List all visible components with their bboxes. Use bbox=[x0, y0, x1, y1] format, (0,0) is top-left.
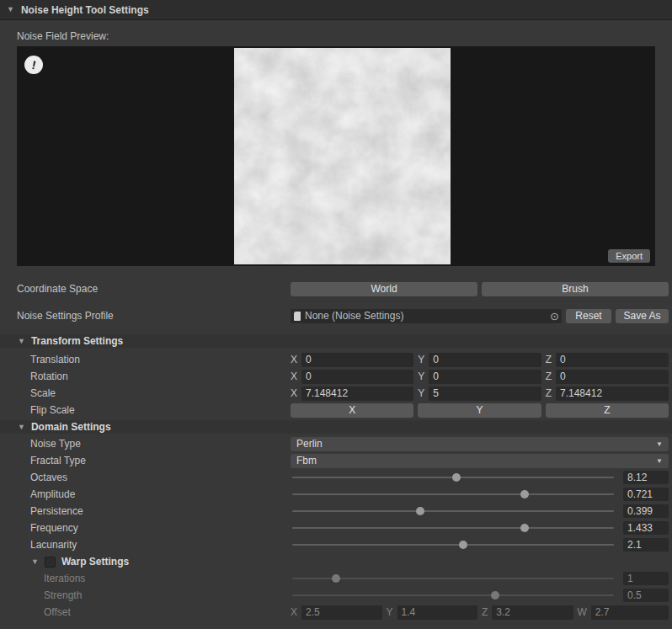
slider-handle[interactable] bbox=[452, 473, 461, 482]
strength-value-field[interactable]: 0.5 bbox=[623, 589, 669, 602]
noise-settings-object-field[interactable]: None (Noise Settings) ⊙ bbox=[291, 309, 562, 323]
domain-settings-header[interactable]: ▼ Domain Settings bbox=[0, 420, 672, 434]
scale-z-cell: Z 7.148412 bbox=[546, 386, 669, 401]
slider-handle[interactable] bbox=[459, 541, 467, 549]
noise-type-dropdown[interactable]: Perlin ▼ bbox=[291, 437, 669, 451]
warp-settings-row[interactable]: ▼ Warp Settings bbox=[0, 553, 672, 570]
transform-settings-title: Transform Settings bbox=[31, 335, 123, 347]
lacunarity-slider[interactable] bbox=[291, 536, 616, 553]
translation-y-field[interactable]: 0 bbox=[429, 353, 541, 367]
warp-enabled-checkbox[interactable] bbox=[45, 557, 56, 568]
slider-track bbox=[292, 527, 614, 529]
octaves-slider[interactable] bbox=[291, 469, 616, 486]
offset-x-field[interactable]: 2.5 bbox=[301, 605, 381, 620]
amplitude-row: Amplitude 0.721 bbox=[0, 486, 672, 503]
axis-label-y: Y bbox=[418, 387, 424, 399]
iterations-value-field[interactable]: 1 bbox=[623, 572, 669, 585]
offset-w-field[interactable]: 2.7 bbox=[591, 605, 669, 620]
translation-y-cell: Y 0 bbox=[418, 353, 541, 367]
persistence-value-field[interactable]: 0.399 bbox=[623, 504, 669, 518]
save-as-button[interactable]: Save As bbox=[616, 309, 669, 323]
rotation-row: Rotation X 0 Y 0 Z 0 bbox=[0, 368, 672, 385]
flip-z-button[interactable]: Z bbox=[546, 403, 669, 418]
translation-row: Translation X 0 Y 0 Z 0 bbox=[0, 351, 672, 368]
axis-label-z: Z bbox=[546, 387, 552, 399]
scale-y-field[interactable]: 5 bbox=[429, 386, 541, 401]
axis-label-x: X bbox=[291, 606, 297, 618]
axis-label-w: W bbox=[578, 606, 587, 618]
foldout-arrow-icon[interactable]: ▼ bbox=[7, 6, 14, 13]
foldout-arrow-icon[interactable]: ▼ bbox=[18, 338, 25, 345]
flip-y-button[interactable]: Y bbox=[418, 403, 541, 418]
slider-handle[interactable] bbox=[332, 574, 340, 583]
persistence-label: Persistence bbox=[0, 505, 291, 517]
fractal-type-label: Fractal Type bbox=[0, 455, 291, 466]
rotation-z-field[interactable]: 0 bbox=[556, 370, 669, 384]
scale-x-field[interactable]: 7.148412 bbox=[301, 386, 413, 401]
iterations-slider[interactable] bbox=[291, 570, 616, 587]
reset-button[interactable]: Reset bbox=[566, 309, 611, 323]
panel-header[interactable]: ▼ Noise Height Tool Settings bbox=[0, 0, 672, 20]
warp-settings-title: Warp Settings bbox=[61, 556, 129, 568]
scale-label: Scale bbox=[0, 387, 291, 399]
strength-row: Strength 0.5 bbox=[0, 587, 672, 604]
slider-track bbox=[292, 493, 614, 495]
amplitude-value-field[interactable]: 0.721 bbox=[623, 488, 669, 501]
slider-handle[interactable] bbox=[416, 507, 424, 515]
noise-texture-svg bbox=[234, 48, 451, 264]
slider-track bbox=[292, 578, 614, 579]
slider-handle[interactable] bbox=[491, 591, 499, 600]
translation-z-field[interactable]: 0 bbox=[556, 353, 669, 367]
object-picker-icon[interactable]: ⊙ bbox=[550, 309, 559, 323]
octaves-row: Octaves 8.12 bbox=[0, 469, 672, 486]
axis-label-z: Z bbox=[546, 370, 552, 382]
amplitude-slider[interactable] bbox=[291, 486, 616, 503]
slider-handle[interactable] bbox=[520, 490, 529, 498]
noise-preview-area: ! Export bbox=[17, 46, 655, 266]
axis-label-x: X bbox=[291, 387, 297, 399]
translation-x-field[interactable]: 0 bbox=[301, 353, 413, 367]
amplitude-label: Amplitude bbox=[0, 488, 291, 500]
foldout-arrow-icon[interactable]: ▼ bbox=[18, 424, 25, 431]
offset-y-field[interactable]: 1.4 bbox=[397, 605, 477, 620]
coordinate-space-row: Coordinate Space World Brush bbox=[0, 280, 672, 297]
slider-handle[interactable] bbox=[520, 524, 529, 532]
fractal-type-row: Fractal Type Fbm ▼ bbox=[0, 452, 672, 469]
rotation-y-field[interactable]: 0 bbox=[429, 370, 541, 384]
flip-scale-label: Flip Scale bbox=[0, 404, 291, 416]
preview-label: Noise Field Preview: bbox=[17, 30, 672, 42]
rotation-z-cell: Z 0 bbox=[546, 370, 669, 384]
flip-scale-row: Flip Scale X Y Z bbox=[0, 402, 672, 418]
transform-settings-header[interactable]: ▼ Transform Settings bbox=[0, 334, 672, 348]
export-button[interactable]: Export bbox=[608, 249, 650, 263]
domain-settings-title: Domain Settings bbox=[31, 421, 111, 433]
lacunarity-value-field[interactable]: 2.1 bbox=[623, 538, 669, 552]
frequency-label: Frequency bbox=[0, 522, 291, 534]
offset-y-cell: Y 1.4 bbox=[387, 605, 478, 620]
noise-type-row: Noise Type Perlin ▼ bbox=[0, 435, 672, 452]
octaves-value-field[interactable]: 8.12 bbox=[623, 471, 669, 484]
octaves-label: Octaves bbox=[0, 472, 291, 483]
translation-x-cell: X 0 bbox=[291, 353, 413, 367]
axis-label-y: Y bbox=[418, 354, 424, 365]
translation-z-cell: Z 0 bbox=[546, 353, 669, 367]
offset-z-field[interactable]: 3.2 bbox=[492, 605, 573, 620]
fractal-type-dropdown[interactable]: Fbm ▼ bbox=[291, 454, 669, 468]
scale-z-field[interactable]: 7.148412 bbox=[556, 386, 669, 401]
iterations-label: Iterations bbox=[0, 573, 291, 584]
fractal-type-value: Fbm bbox=[296, 455, 317, 466]
frequency-value-field[interactable]: 1.433 bbox=[623, 521, 669, 535]
world-button[interactable]: World bbox=[291, 282, 477, 296]
rotation-x-field[interactable]: 0 bbox=[301, 370, 413, 384]
flip-x-button[interactable]: X bbox=[291, 403, 413, 418]
persistence-row: Persistence 0.399 bbox=[0, 503, 672, 520]
offset-label: Offset bbox=[0, 606, 291, 618]
foldout-arrow-icon[interactable]: ▼ bbox=[31, 558, 39, 566]
frequency-slider[interactable] bbox=[291, 520, 616, 536]
offset-z-cell: Z 3.2 bbox=[482, 605, 573, 620]
brush-button[interactable]: Brush bbox=[482, 282, 669, 296]
object-field-value: None (Noise Settings) bbox=[305, 310, 546, 322]
strength-slider[interactable] bbox=[291, 587, 616, 604]
persistence-slider[interactable] bbox=[291, 503, 616, 520]
rotation-x-cell: X 0 bbox=[291, 370, 413, 384]
